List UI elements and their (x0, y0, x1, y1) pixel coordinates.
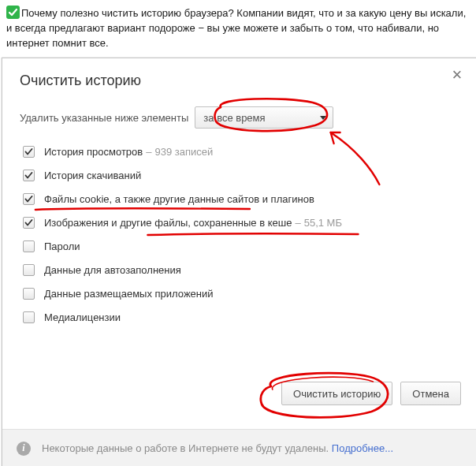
checkbox[interactable] (23, 170, 35, 181)
option-label: Данные размещаемых приложений (44, 288, 214, 300)
intro-block: Почему полезно чистить историю браузера?… (0, 0, 476, 59)
delete-range-row: Удалить указанные ниже элементы за все в… (20, 106, 459, 129)
time-range-select[interactable]: за все время (195, 106, 333, 129)
delete-range-label: Удалить указанные ниже элементы (20, 112, 188, 124)
option-row: Медиалицензии (20, 305, 459, 329)
option-label: Медиалицензии (44, 311, 121, 323)
checkbox[interactable] (23, 217, 35, 229)
option-separator: – (295, 217, 300, 229)
info-icon: i (17, 442, 31, 456)
option-label: Изображения и другие файлы, сохраненные … (44, 217, 292, 229)
checkbox[interactable] (23, 146, 35, 158)
check-badge-icon (6, 6, 20, 19)
option-row: История скачиваний (20, 163, 459, 187)
intro-text: Почему полезно чистить историю браузера?… (6, 7, 466, 49)
option-row: Изображения и другие файлы, сохраненные … (20, 211, 459, 234)
option-suffix: 939 записей (154, 146, 213, 158)
cancel-button[interactable]: Отмена (400, 382, 461, 405)
clear-history-button[interactable]: Очистить историю (281, 382, 392, 405)
dialog-button-row: Очистить историю Отмена (281, 382, 461, 405)
option-row: Данные для автозаполнения (20, 258, 459, 281)
options-list: История просмотров – 939 записейИстория … (20, 140, 459, 329)
checkbox[interactable] (23, 311, 35, 323)
option-row: Данные размещаемых приложений (20, 281, 459, 305)
learn-more-link[interactable]: Подробнее... (332, 442, 393, 454)
option-label: Файлы cookie, а также другие данные сайт… (44, 193, 314, 205)
option-row: Файлы cookie, а также другие данные сайт… (20, 187, 459, 211)
option-label: История скачиваний (44, 170, 141, 181)
footer-text: Некоторые данные о работе в Интернете не… (42, 442, 393, 454)
checkbox[interactable] (23, 240, 35, 252)
checkbox[interactable] (23, 288, 35, 300)
option-label: История просмотров (44, 146, 143, 158)
close-icon[interactable]: × (448, 66, 466, 84)
time-range-value: за все время (203, 112, 265, 124)
option-row: История просмотров – 939 записей (20, 140, 459, 163)
option-suffix: 55,1 МБ (304, 217, 342, 229)
checkbox[interactable] (23, 193, 35, 205)
dialog-footer: i Некоторые данные о работе в Интернете … (2, 429, 476, 466)
option-row: Пароли (20, 234, 459, 258)
option-separator: – (146, 146, 151, 158)
chevron-down-icon (320, 116, 326, 120)
clear-history-dialog: × Очистить историю Удалить указанные ниж… (2, 58, 476, 466)
checkbox[interactable] (23, 264, 35, 276)
dialog-title: Очистить историю (20, 73, 459, 89)
option-label: Пароли (44, 240, 80, 252)
option-label: Данные для автозаполнения (44, 264, 181, 276)
